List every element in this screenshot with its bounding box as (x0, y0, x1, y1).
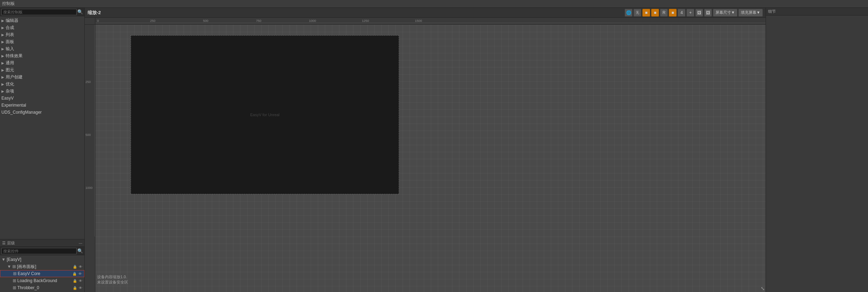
ruler-h-svg: 0 250 500 750 1000 1250 1500 (95, 18, 766, 25)
no-icon[interactable]: 无 (634, 9, 641, 17)
tree-item-label: 通用 (6, 60, 14, 66)
arrow-icon: ▶ (1, 33, 4, 37)
top-bar-title: 控制板 (2, 1, 15, 7)
control-search-bar: 🔍 (0, 8, 84, 16)
tree-item-label: 优化 (6, 81, 14, 87)
canvas-title: 缩放-2 (88, 10, 101, 16)
tree-item-misc[interactable]: ▶ 杂项 (0, 88, 84, 95)
comp-item-throbber[interactable]: ⊞ Throbber_0 🔒 👁 (0, 284, 84, 291)
plus-icon[interactable]: + (686, 9, 694, 17)
layer-divider: ☰ 层级 — (0, 239, 84, 247)
svg-text:250: 250 (150, 19, 155, 23)
lock-icon[interactable]: 🔒 (72, 271, 77, 276)
control-search-icon[interactable]: 🔍 (77, 9, 83, 14)
expand-arrow-icon: ▼ (1, 257, 6, 262)
tree-item-input[interactable]: ▶ 输入 (0, 45, 84, 52)
canvas-content: EasyV for Unreal 设备内容缩放1.0. 未设置设备安全区 ⤡ (95, 25, 766, 292)
image-icon-1[interactable]: 🖼 (695, 9, 703, 17)
right-panel-content (766, 16, 868, 292)
scale-text-2: 未设置设备安全区 (97, 280, 128, 285)
right-panel: 细节 (766, 8, 868, 292)
arrow-icon: ▶ (1, 75, 4, 79)
canvas-area: 缩放-2 🌐 无 ■ ■ R ■ 4 + 🖼 🖼 屏幕尺寸▼ 填充屏幕▼ (85, 8, 766, 292)
tree-item-label: 输入 (6, 46, 14, 52)
comp-item-canvas-panel[interactable]: ▼ ⊞ [画布面板] 🔒 👁 (0, 263, 84, 270)
canvas-panel-icon: ⊞ (12, 264, 16, 269)
control-tree-list: ▶ 编辑器 ▶ 合成 ▶ 列表 ▶ 面板 ▶ 输入 ▶ 特殊效果 (0, 16, 84, 239)
image-icon-2[interactable]: 🖼 (704, 9, 712, 17)
tree-item-uds-config[interactable]: UDS_ConfigManager (0, 109, 84, 116)
tree-item-label: 杂项 (6, 88, 14, 94)
arrow-icon: ▶ (1, 68, 4, 72)
tree-item-experimental[interactable]: Experimental (0, 102, 84, 109)
svg-text:1000: 1000 (85, 186, 93, 190)
resize-handle-icon[interactable]: ⤡ (761, 286, 765, 291)
eye-icon[interactable]: 👁 (78, 264, 83, 269)
right-panel-header: 细节 (766, 8, 868, 16)
component-tree: ▼ [EasyV] ▼ ⊞ [画布面板] 🔒 👁 ⊞ EasyV Core 🔒 (0, 255, 84, 292)
left-panel: 🔍 ▶ 编辑器 ▶ 合成 ▶ 列表 ▶ 面板 ▶ 输入 (0, 8, 85, 292)
tree-item-primitive[interactable]: ▶ 图元 (0, 66, 84, 73)
tree-item-panel[interactable]: ▶ 面板 (0, 38, 84, 45)
ruler-corner (85, 18, 95, 25)
layer-icon: ☰ (2, 241, 6, 245)
tree-item-composite[interactable]: ▶ 合成 (0, 24, 84, 31)
square-icon-2[interactable]: ■ (651, 9, 659, 17)
comp-item-easyv-core[interactable]: ⊞ EasyV Core 🔒 👁 (0, 270, 84, 277)
comp-item-label: [EasyV] (7, 257, 21, 262)
fill-screen-button[interactable]: 填充屏幕▼ (738, 9, 763, 17)
tree-item-special-effects[interactable]: ▶ 特殊效果 (0, 52, 84, 59)
comp-item-loading-background[interactable]: ⊞ Loading BackGround 🔒 👁 (0, 277, 84, 284)
arrow-icon: ▶ (1, 61, 4, 65)
right-panel-label: 细节 (768, 9, 776, 14)
tree-item-common[interactable]: ▶ 通用 (0, 59, 84, 66)
scale-text-1: 设备内容缩放1.0. (97, 274, 128, 280)
screen-size-button[interactable]: 屏幕尺寸▼ (713, 9, 737, 17)
eye-icon[interactable]: 👁 (78, 285, 83, 290)
layer-collapse-icon[interactable]: — (79, 241, 82, 245)
lock-icon[interactable]: 🔒 (72, 285, 77, 290)
expand-arrow-icon: ▼ (7, 264, 11, 269)
arrow-icon: ▶ (1, 54, 4, 58)
svg-text:250: 250 (85, 80, 91, 84)
tree-item-optimize[interactable]: ▶ 优化 (0, 81, 84, 88)
tree-item-list[interactable]: ▶ 列表 (0, 31, 84, 38)
top-bar: 控制板 (0, 0, 868, 8)
r-icon[interactable]: R (660, 9, 668, 17)
component-search-input[interactable] (1, 248, 77, 254)
lock-icon[interactable]: 🔒 (72, 278, 77, 283)
tree-item-label: UDS_ConfigManager (1, 110, 42, 115)
control-search-input[interactable] (1, 9, 77, 15)
four-icon[interactable]: 4 (678, 9, 685, 17)
tree-item-label: 特殊效果 (6, 53, 23, 59)
square-icon-3[interactable]: ■ (669, 9, 677, 17)
canvas-watermark: EasyV for Unreal (250, 113, 279, 117)
ruler-vertical: 0 250 500 1000 (85, 25, 95, 292)
tree-item-editor[interactable]: ▶ 编辑器 (0, 17, 84, 24)
tree-item-label: 图元 (6, 67, 14, 73)
square-icon-1[interactable]: ■ (642, 9, 650, 17)
component-search-bar: 🔍 (0, 247, 84, 255)
comp-item-easyv-root[interactable]: ▼ [EasyV] (0, 256, 84, 263)
scale-info: 设备内容缩放1.0. 未设置设备安全区 (95, 274, 128, 285)
tree-item-user-created[interactable]: ▶ 用户创建 (0, 73, 84, 81)
component-search-icon[interactable]: 🔍 (77, 248, 83, 254)
eye-icon[interactable]: 👁 (78, 278, 83, 283)
design-canvas[interactable]: EasyV for Unreal (131, 35, 399, 194)
tree-item-easyv[interactable]: EasyV (0, 95, 84, 102)
comp-item-label: Throbber_0 (17, 285, 39, 290)
eye-icon[interactable]: 👁 (78, 271, 83, 276)
comp-item-icons: 🔒 👁 (72, 271, 84, 276)
svg-text:1000: 1000 (309, 19, 316, 23)
ruler-horizontal: 0 250 500 750 1000 1250 1500 (95, 18, 766, 25)
globe-icon[interactable]: 🌐 (625, 9, 632, 17)
arrow-icon: ▶ (1, 19, 4, 23)
arrow-icon: ▶ (1, 89, 4, 93)
canvas-viewport[interactable]: 0 250 500 750 1000 1250 1500 0 250 500 1… (85, 18, 766, 292)
tree-item-label: 面板 (6, 39, 14, 45)
toolbar-icons: 🌐 无 ■ ■ R ■ 4 + 🖼 🖼 屏幕尺寸▼ 填充屏幕▼ (625, 9, 763, 17)
comp-item-label: Loading BackGround (17, 278, 57, 283)
svg-text:1500: 1500 (415, 19, 422, 23)
arrow-icon: ▶ (1, 47, 4, 51)
lock-icon[interactable]: 🔒 (72, 264, 77, 269)
